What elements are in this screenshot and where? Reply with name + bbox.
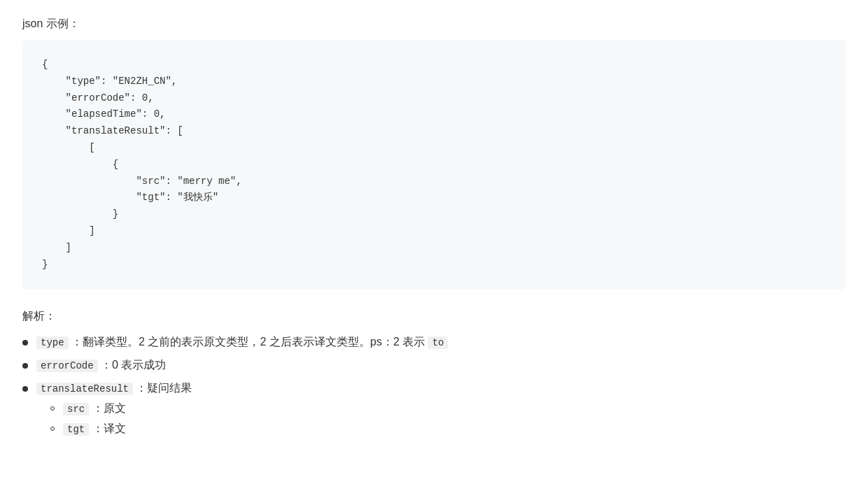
analysis-list: type ：翻译类型。2 之前的表示原文类型，2 之后表示译文类型。ps：2 表… bbox=[22, 335, 846, 442]
translateresult-desc: ：疑问结果 bbox=[136, 382, 192, 394]
translateresult-code: translateResult bbox=[36, 383, 133, 395]
translateresult-item-text: translateResult ：疑问结果 src ：原文 tgt ：译文 bbox=[36, 381, 192, 442]
type-to-code: to bbox=[428, 336, 448, 349]
list-item-errorcode: errorCode ：0 表示成功 bbox=[22, 358, 846, 373]
src-code: src bbox=[63, 403, 89, 415]
tgt-item-text: tgt ：译文 bbox=[63, 422, 126, 436]
tgt-desc: ：译文 bbox=[92, 422, 126, 434]
bullet-dot-errorcode bbox=[22, 363, 28, 369]
type-code: type bbox=[36, 336, 69, 349]
list-item-type: type ：翻译类型。2 之前的表示原文类型，2 之后表示译文类型。ps：2 表… bbox=[22, 335, 846, 350]
list-item-translateresult: translateResult ：疑问结果 src ：原文 tgt ：译文 bbox=[22, 381, 846, 442]
src-desc: ：原文 bbox=[92, 402, 126, 414]
bullet-dot-translateresult bbox=[22, 386, 28, 392]
errorcode-code: errorCode bbox=[36, 360, 98, 372]
json-label: json 示例： bbox=[22, 17, 846, 31]
type-desc: ：翻译类型。2 之前的表示原文类型，2 之后表示译文类型。ps：2 表示 bbox=[71, 336, 428, 348]
sub-dot-src bbox=[50, 406, 55, 411]
errorcode-desc: ：0 表示成功 bbox=[101, 359, 166, 371]
bullet-dot-type bbox=[22, 340, 28, 346]
tgt-code: tgt bbox=[63, 423, 89, 436]
sublist-item-src: src ：原文 bbox=[50, 401, 192, 416]
src-item-text: src ：原文 bbox=[63, 401, 126, 416]
sub-dot-tgt bbox=[50, 427, 55, 431]
errorcode-item-text: errorCode ：0 表示成功 bbox=[36, 358, 166, 373]
code-block: { "type": "EN2ZH_CN", "errorCode": 0, "e… bbox=[22, 40, 846, 290]
sublist-item-tgt: tgt ：译文 bbox=[50, 422, 192, 436]
analysis-label: 解析： bbox=[22, 309, 846, 324]
translateresult-sublist: src ：原文 tgt ：译文 bbox=[50, 401, 192, 436]
type-item-text: type ：翻译类型。2 之前的表示原文类型，2 之后表示译文类型。ps：2 表… bbox=[36, 335, 448, 350]
